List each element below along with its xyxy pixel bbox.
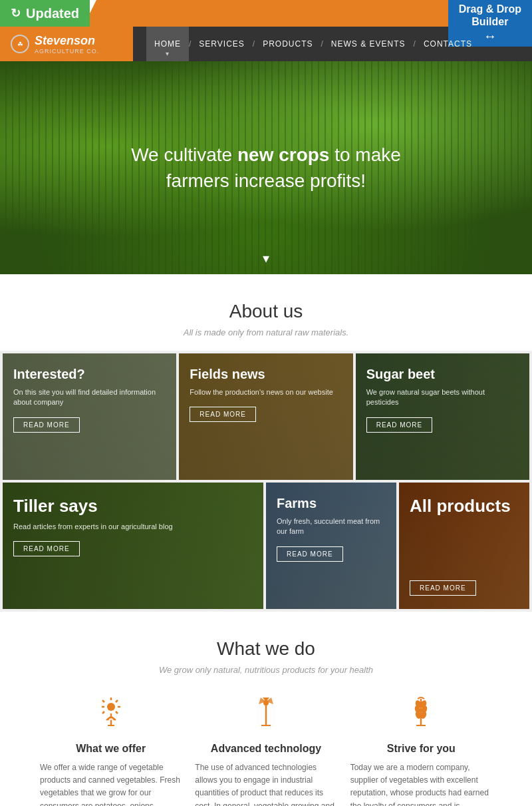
top-bar: ↻ Updated Drag & DropBuilder ↔ — [0, 0, 532, 27]
nav-item-news[interactable]: NEWS & EVENTS — [323, 27, 414, 61]
card-allproducts[interactable]: All products READ MORE — [399, 483, 529, 609]
cards-row-1: Interested? On this site you will find d… — [0, 351, 532, 483]
card-sugarbeet[interactable]: Sugar beet We grow natural sugar beets w… — [356, 353, 529, 480]
feature-technology: Advanced technology The use of advanced … — [195, 695, 336, 806]
svg-point-15 — [263, 700, 269, 705]
read-more-button[interactable]: READ MORE — [190, 407, 256, 422]
nav-item-home[interactable]: HOME ▾ — [146, 27, 189, 61]
card-tiller[interactable]: Tiller says Read articles from experts i… — [3, 483, 263, 609]
card-content: All products READ MORE — [399, 483, 529, 609]
card-title: All products — [410, 496, 519, 516]
feature-offer: What we offer We offer a wide range of v… — [40, 695, 182, 806]
card-content: Farms Only fresh, succulent meat from ou… — [266, 483, 396, 609]
updated-badge: ↻ Updated — [0, 0, 90, 27]
hero-headline: We cultivate new crops to makefarmers in… — [131, 142, 401, 194]
feature-title: What we offer — [40, 743, 182, 755]
card-interested[interactable]: Interested? On this site you will find d… — [3, 353, 176, 480]
read-more-button[interactable]: READ MORE — [13, 417, 80, 433]
card-desc: We grow natural sugar beets without pest… — [366, 387, 519, 408]
logo[interactable]: ☘ Stevenson AGRICULTURE CO. — [0, 27, 133, 61]
card-desc: Only fresh, succulent meat from our farm — [277, 516, 386, 537]
svg-line-6 — [102, 711, 104, 713]
windmill-icon — [195, 695, 336, 735]
about-subtitle: All is made only from natural raw materi… — [13, 327, 519, 337]
updated-label: Updated — [26, 6, 79, 21]
card-content: Sugar beet We grow natural sugar beets w… — [356, 353, 529, 480]
features-grid: What we offer We offer a wide range of v… — [13, 695, 519, 806]
card-title: Farms — [277, 496, 386, 511]
feature-strive: Strive for you Today we are a modern com… — [350, 695, 492, 806]
hero-section: We cultivate new crops to makefarmers in… — [0, 61, 532, 274]
card-title: Fields news — [190, 367, 342, 382]
card-content: Tiller says Read articles from experts i… — [3, 483, 263, 609]
navbar: ☘ Stevenson AGRICULTURE CO. HOME ▾ / SER… — [0, 27, 532, 61]
wheat-icon — [350, 695, 492, 735]
nav-item-contacts[interactable]: CONTACTS — [416, 27, 480, 61]
card-desc: Read articles from experts in our agricu… — [13, 522, 253, 532]
logo-circle: ☘ — [11, 35, 29, 53]
about-section: About us All is made only from natural r… — [0, 274, 532, 351]
read-more-button[interactable]: READ MORE — [410, 580, 476, 596]
whatwedo-section: What we do We grow only natural, nutriti… — [0, 612, 532, 806]
svg-line-5 — [116, 700, 118, 702]
read-more-button[interactable]: READ MORE — [366, 417, 433, 433]
nav-item-products[interactable]: PRODUCTS — [255, 27, 321, 61]
card-desc: On this site you will find detailed info… — [13, 387, 166, 408]
feature-title: Advanced technology — [195, 743, 336, 755]
sync-icon: ↻ — [11, 6, 21, 21]
card-content: Fields news Follow the production's news… — [179, 353, 352, 480]
svg-line-7 — [116, 711, 118, 713]
feature-title: Strive for you — [350, 743, 492, 755]
read-more-button[interactable]: READ MORE — [277, 546, 343, 562]
hero-content: We cultivate new crops to makefarmers in… — [131, 142, 401, 194]
nav-menu: HOME ▾ / SERVICES / PRODUCTS / NEWS & EV… — [133, 27, 532, 61]
feature-desc: The use of advanced technologies allows … — [195, 761, 336, 806]
card-title: Interested? — [13, 367, 166, 382]
card-farms[interactable]: Farms Only fresh, succulent meat from ou… — [266, 483, 396, 609]
feature-desc: Today we are a modern company, supplier … — [350, 761, 492, 806]
read-more-button[interactable]: READ MORE — [13, 541, 80, 556]
chevron-down-icon: ▾ — [166, 50, 170, 57]
whatwedo-title: What we do — [13, 638, 519, 660]
feature-desc: We offer a wide range of vegetable produ… — [40, 761, 182, 806]
about-title: About us — [13, 301, 519, 322]
scroll-chevron[interactable]: ▾ — [263, 250, 269, 266]
card-content: Interested? On this site you will find d… — [3, 353, 176, 480]
sun-plant-icon — [40, 695, 182, 735]
card-fields[interactable]: Fields news Follow the production's news… — [179, 353, 352, 480]
cards-row-2: Tiller says Read articles from experts i… — [0, 483, 532, 612]
logo-text: Stevenson — [35, 34, 95, 47]
card-title: Tiller says — [13, 496, 253, 516]
whatwedo-subtitle: We grow only natural, nutritious product… — [13, 665, 519, 675]
nav-item-services[interactable]: SERVICES — [191, 27, 252, 61]
svg-point-0 — [107, 703, 115, 711]
card-desc: Follow the production's news on our webs… — [190, 387, 342, 397]
card-title: Sugar beet — [366, 367, 519, 382]
svg-line-8 — [102, 700, 104, 702]
drag-label: Drag & DropBuilder — [459, 3, 521, 27]
logo-sub: AGRICULTURE CO. — [35, 48, 99, 55]
